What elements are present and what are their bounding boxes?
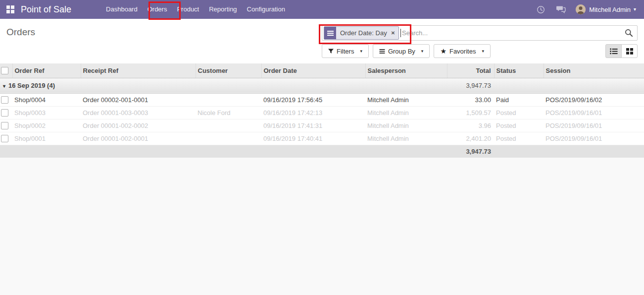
control-panel-row2: Filters ▾ Group By ▾ ★ Favorites ▾ <box>322 44 638 58</box>
menu-product[interactable]: Product <box>172 0 204 19</box>
top-navbar: Point of Sale Dashboard Orders Product R… <box>0 0 644 19</box>
apps-grid-icon[interactable] <box>6 5 14 13</box>
star-icon: ★ <box>440 48 446 55</box>
cell-customer <box>196 132 261 145</box>
cell-status: Posted <box>494 132 544 145</box>
messages-chat-icon[interactable] <box>556 5 566 13</box>
cell-order-ref: Shop/0003 <box>12 106 81 119</box>
group-by-label: Group By <box>388 48 415 55</box>
search-input[interactable] <box>401 29 623 37</box>
row-checkbox[interactable] <box>1 122 8 129</box>
group-row-16-sep-2019[interactable]: ▾16 Sep 2019 (4) 3,947.73 <box>0 78 644 93</box>
cell-session: POS/2019/09/16/01 <box>544 106 644 119</box>
col-total[interactable]: Total <box>447 63 494 78</box>
table-header: Order Ref Receipt Ref Customer Order Dat… <box>0 63 644 78</box>
cell-receipt-ref: Order 00002-001-0001 <box>81 93 196 106</box>
favorites-button[interactable]: ★ Favorites ▾ <box>434 44 491 58</box>
chevron-down-icon: ▾ <box>482 49 484 54</box>
kanban-view-button[interactable] <box>621 44 638 58</box>
control-panel: Orders Order Date: Day ✕ Filter <box>0 19 644 63</box>
filter-funnel-icon <box>328 49 334 54</box>
cell-session: POS/2019/09/16/01 <box>544 119 644 132</box>
orders-table: Order Ref Receipt Ref Customer Order Dat… <box>0 63 644 158</box>
menu-orders[interactable]: Orders <box>143 0 172 19</box>
search-facet-order-date-day[interactable]: Order Date: Day ✕ <box>324 26 399 40</box>
activities-clock-icon[interactable] <box>537 5 545 14</box>
group-label: 16 Sep 2019 (4) <box>8 82 55 89</box>
search-panel: Order Date: Day ✕ Filters ▾ <box>322 25 638 58</box>
view-switcher <box>605 44 638 58</box>
cell-order-date: 09/16/2019 17:56:45 <box>261 93 365 106</box>
group-expand-caret-icon[interactable]: ▾ <box>3 83 5 89</box>
table-row[interactable]: Shop/0003 Order 00001-003-0003 Nicole Fo… <box>0 106 644 119</box>
cell-order-date: 09/16/2019 17:41:31 <box>261 119 365 132</box>
filters-label: Filters <box>337 48 354 55</box>
cell-order-ref: Shop/0001 <box>12 132 81 145</box>
menu-reporting[interactable]: Reporting <box>204 0 242 19</box>
row-checkbox[interactable] <box>1 96 8 104</box>
table-row[interactable]: Shop/0001 Order 00001-002-0001 09/16/201… <box>0 132 644 145</box>
chevron-down-icon: ▾ <box>421 49 424 54</box>
row-checkbox[interactable] <box>1 135 8 142</box>
avatar <box>576 4 586 14</box>
user-menu[interactable]: Mitchell Admin ▾ <box>576 4 636 14</box>
group-by-button[interactable]: Group By ▾ <box>373 44 430 58</box>
cell-order-ref: Shop/0002 <box>12 119 81 132</box>
kanban-grid-icon <box>626 48 633 55</box>
group-total: 3,947.73 <box>447 78 494 93</box>
cell-order-ref: Shop/0004 <box>12 93 81 106</box>
menu-configuration[interactable]: Configuration <box>242 0 290 19</box>
select-all-cell <box>0 63 12 78</box>
row-checkbox-cell <box>0 106 12 119</box>
cell-status: Posted <box>494 119 544 132</box>
filter-buttons: Filters ▾ Group By ▾ ★ Favorites ▾ <box>322 44 491 58</box>
list-view-button[interactable] <box>605 44 622 58</box>
col-salesperson[interactable]: Salesperson <box>365 63 447 78</box>
orders-table-body: ▾16 Sep 2019 (4) 3,947.73 Shop/0004 Orde… <box>0 78 644 145</box>
col-status[interactable]: Status <box>494 63 544 78</box>
topbar-right: Mitchell Admin ▾ <box>526 4 644 14</box>
pos-orders-page: Point of Sale Dashboard Orders Product R… <box>0 0 644 295</box>
favorites-label: Favorites <box>449 48 476 55</box>
filters-button[interactable]: Filters ▾ <box>322 44 369 58</box>
cell-order-date: 09/16/2019 17:42:13 <box>261 106 365 119</box>
search-icon[interactable] <box>625 29 633 37</box>
cell-total: 2,401.20 <box>447 132 494 145</box>
cell-status: Paid <box>494 93 544 106</box>
list-icon <box>610 48 618 55</box>
facet-remove-icon[interactable]: ✕ <box>391 31 395 36</box>
col-order-ref[interactable]: Order Ref <box>12 63 81 78</box>
row-checkbox[interactable] <box>1 109 8 117</box>
cell-receipt-ref: Order 00001-003-0003 <box>81 106 196 119</box>
cell-total: 33.00 <box>447 93 494 106</box>
menu-dashboard[interactable]: Dashboard <box>101 0 143 19</box>
row-checkbox-cell <box>0 93 12 106</box>
col-receipt-ref[interactable]: Receipt Ref <box>81 63 196 78</box>
cell-salesperson: Mitchell Admin <box>365 106 447 119</box>
table-row[interactable]: Shop/0002 Order 00001-002-0002 09/16/201… <box>0 119 644 132</box>
footer-total: 3,947.73 <box>447 145 494 158</box>
cell-customer <box>196 119 261 132</box>
chevron-down-icon: ▾ <box>634 7 636 12</box>
col-customer[interactable]: Customer <box>196 63 261 78</box>
table-row[interactable]: Shop/0004 Order 00002-001-0001 09/16/201… <box>0 93 644 106</box>
cell-session: POS/2019/09/16/01 <box>544 132 644 145</box>
chevron-down-icon: ▾ <box>360 49 362 54</box>
cell-salesperson: Mitchell Admin <box>365 93 447 106</box>
cell-salesperson: Mitchell Admin <box>365 119 447 132</box>
user-name: Mitchell Admin <box>589 6 631 13</box>
cell-customer: Nicole Ford <box>196 106 261 119</box>
page-title: Orders <box>6 25 35 39</box>
row-checkbox-cell <box>0 119 12 132</box>
col-order-date[interactable]: Order Date <box>261 63 365 78</box>
cell-total: 1,509.57 <box>447 106 494 119</box>
cell-status: Posted <box>494 106 544 119</box>
col-session[interactable]: Session <box>544 63 644 78</box>
table-footer: 3,947.73 <box>0 145 644 158</box>
cell-salesperson: Mitchell Admin <box>365 132 447 145</box>
cell-order-date: 09/16/2019 17:40:41 <box>261 132 365 145</box>
group-by-icon <box>324 27 336 39</box>
app-title: Point of Sale <box>21 4 71 15</box>
cell-receipt-ref: Order 00001-002-0001 <box>81 132 196 145</box>
select-all-checkbox[interactable] <box>1 67 8 74</box>
